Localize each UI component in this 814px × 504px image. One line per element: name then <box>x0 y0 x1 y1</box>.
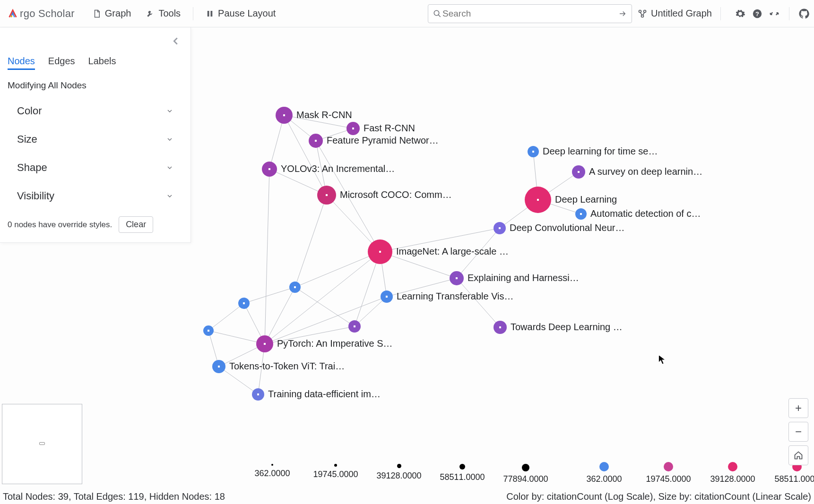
color-legend-item: 362.0000 <box>577 462 632 484</box>
node-label[interactable]: YOLOv3: An Incremental… <box>281 163 395 174</box>
acc-shape-label: Shape <box>17 162 47 174</box>
separator <box>720 7 721 20</box>
graph-edge[interactable] <box>295 195 327 287</box>
size-legend-label: 39128.0000 <box>376 471 421 481</box>
graph-edge[interactable] <box>265 252 380 344</box>
chevron-down-icon <box>166 107 173 115</box>
node-center-icon <box>208 330 209 332</box>
tab-nodes[interactable]: Nodes <box>8 56 35 70</box>
clear-button[interactable]: Clear <box>119 216 153 233</box>
help-icon[interactable]: ? <box>752 9 762 19</box>
size-legend: 362.000019745.000039128.000058511.000077… <box>246 464 552 484</box>
color-legend-dot <box>599 462 609 471</box>
zoom-out-button[interactable]: − <box>788 422 808 442</box>
collapse-icon[interactable] <box>769 9 779 19</box>
legend-row: 362.000019745.000039128.000058511.000077… <box>0 462 814 484</box>
wrench-icon <box>146 9 155 18</box>
graph-edge[interactable] <box>265 287 295 344</box>
color-legend-label: 58511.0000 <box>774 474 814 484</box>
node-center-icon <box>326 194 328 196</box>
node-label[interactable]: PyTorch: An Imperative S… <box>277 338 393 349</box>
size-legend-item: 77894.0000 <box>499 464 552 484</box>
acc-visibility-label: Visibility <box>17 190 54 202</box>
tools-menu-button[interactable]: Tools <box>140 5 186 22</box>
chevron-down-icon <box>166 192 173 200</box>
node-label[interactable]: Microsoft COCO: Comm… <box>340 189 452 200</box>
search-icon <box>433 9 442 18</box>
acc-size[interactable]: Size <box>8 128 183 156</box>
separator <box>193 7 193 20</box>
tab-labels[interactable]: Labels <box>88 56 116 70</box>
graph-edge[interactable] <box>265 169 269 344</box>
node-label[interactable]: Feature Pyramid Networ… <box>327 135 439 145</box>
graph-edge[interactable] <box>284 115 327 195</box>
size-legend-item: 39128.0000 <box>372 464 425 484</box>
branch-icon <box>638 9 647 18</box>
node-center-icon <box>456 277 458 279</box>
arrow-right-icon[interactable] <box>618 9 627 18</box>
node-label[interactable]: Deep Convolutional Neur… <box>510 222 624 233</box>
github-icon[interactable] <box>799 9 809 19</box>
graph-menu-button[interactable]: Graph <box>87 5 137 22</box>
graph-edge[interactable] <box>355 297 387 326</box>
node-label[interactable]: Mask R-CNN <box>296 110 352 120</box>
svg-text:?: ? <box>755 10 759 17</box>
override-status: 0 nodes have override styles. <box>8 220 112 230</box>
color-legend-dot <box>664 462 673 471</box>
node-center-icon <box>294 286 296 288</box>
size-legend-item: 58511.0000 <box>436 464 489 484</box>
acc-color[interactable]: Color <box>8 99 183 128</box>
svg-point-5 <box>639 10 641 12</box>
app-name: rgo Scholar <box>20 8 75 20</box>
pause-layout-button[interactable]: Pause Layout <box>200 5 281 22</box>
search-box[interactable] <box>428 4 632 23</box>
graph-edge[interactable] <box>244 287 295 303</box>
graph-edge[interactable] <box>457 278 500 327</box>
sidebar-tabs: Nodes Edges Labels <box>8 56 183 70</box>
node-label[interactable]: Fast R-CNN <box>364 123 415 133</box>
gear-icon[interactable] <box>735 9 745 19</box>
section-title: Modifying All Nodes <box>8 80 183 91</box>
graph-edge[interactable] <box>265 297 387 344</box>
minimap[interactable] <box>2 404 82 484</box>
size-legend-label: 362.0000 <box>254 469 290 478</box>
graph-title-button[interactable]: Untitled Graph <box>638 8 712 19</box>
node-center-icon <box>352 128 354 129</box>
color-legend-item: 19745.0000 <box>641 462 696 484</box>
node-label[interactable]: Training data-efficient im… <box>268 389 381 399</box>
graph-edge[interactable] <box>208 303 244 331</box>
acc-size-label: Size <box>17 133 37 145</box>
node-label[interactable]: Automatic detection of c… <box>590 208 701 219</box>
size-legend-dot <box>271 464 273 466</box>
color-legend-item: 58511.0000 <box>770 462 814 484</box>
svg-point-3 <box>434 10 439 16</box>
node-label[interactable]: Tokens-to-Token ViT: Trai… <box>229 361 345 371</box>
acc-shape[interactable]: Shape <box>8 156 183 184</box>
collapse-panel-icon[interactable] <box>171 36 181 46</box>
tab-edges[interactable]: Edges <box>48 56 75 70</box>
acc-visibility[interactable]: Visibility <box>8 184 183 213</box>
node-label[interactable]: ImageNet: A large-scale … <box>396 246 509 256</box>
zoom-home-button[interactable] <box>788 445 808 465</box>
footer-right: Color by: citationCount (Log Scale), Siz… <box>506 491 811 502</box>
node-label[interactable]: Deep learning for time se… <box>543 146 658 156</box>
search-input[interactable] <box>442 8 618 19</box>
node-center-icon <box>283 114 285 116</box>
node-label[interactable]: Learning Transferable Vis… <box>397 291 514 301</box>
footer-bar: Total Nodes: 39, Total Edges: 119, Hidde… <box>3 491 811 502</box>
size-legend-label: 58511.0000 <box>440 472 485 482</box>
minimap-viewport[interactable] <box>39 442 45 445</box>
node-label[interactable]: A survey on deep learnin… <box>589 166 702 177</box>
size-legend-dot <box>397 464 401 468</box>
graph-edge[interactable] <box>208 331 265 344</box>
node-center-icon <box>578 171 580 173</box>
node-label[interactable]: Explaining and Harnessi… <box>468 273 579 283</box>
graph-edge[interactable] <box>295 252 380 287</box>
color-legend-label: 362.0000 <box>586 474 622 484</box>
color-legend-label: 39128.0000 <box>710 474 755 484</box>
zoom-in-button[interactable]: + <box>788 398 808 418</box>
node-label[interactable]: Towards Deep Learning … <box>511 322 623 332</box>
node-label[interactable]: Deep Learning <box>555 194 617 205</box>
zoom-controls: + − <box>788 398 808 465</box>
svg-point-0 <box>10 15 12 17</box>
